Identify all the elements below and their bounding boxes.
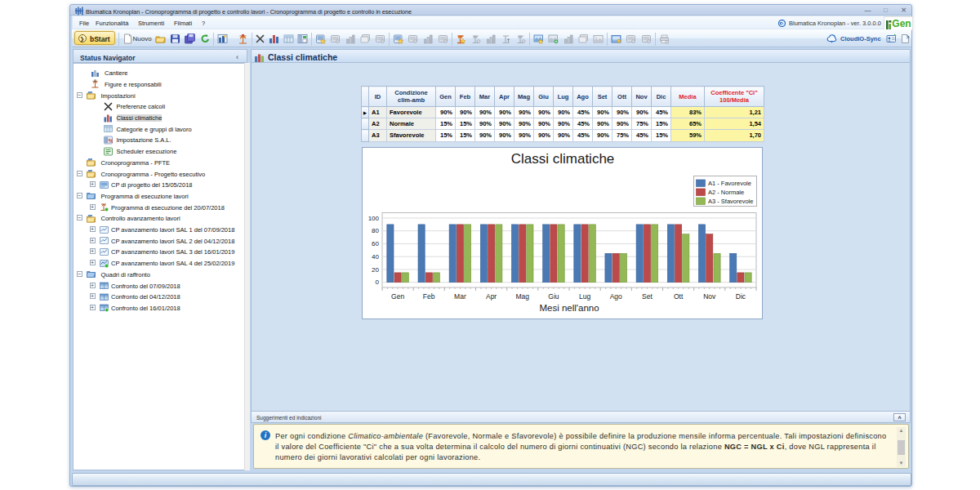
svg-text:Dic: Dic [736,292,746,301]
svg-text:100: 100 [368,215,380,222]
svg-text:Apr: Apr [486,292,497,301]
svg-text:40: 40 [372,253,379,261]
svg-text:Classi climatiche: Classi climatiche [511,151,615,167]
svg-text:Ago: Ago [610,292,622,301]
svg-text:Gen: Gen [391,292,404,301]
svg-text:Ott: Ott [674,292,684,301]
svg-text:Set: Set [642,292,653,301]
svg-text:60: 60 [372,240,379,247]
svg-text:Mesi nell'anno: Mesi nell'anno [539,303,599,313]
svg-text:Mag: Mag [516,292,530,301]
svg-text:A3 - Sfavorevole: A3 - Sfavorevole [708,198,753,205]
svg-text:0: 0 [376,278,380,286]
svg-text:Feb: Feb [423,292,435,301]
svg-text:80: 80 [372,227,379,234]
svg-text:Mar: Mar [454,292,466,301]
svg-text:Giu: Giu [548,292,559,301]
svg-text:Nov: Nov [703,292,716,301]
svg-text:A1 - Favorevole: A1 - Favorevole [708,180,751,187]
svg-text:Lug: Lug [579,292,590,301]
svg-text:20: 20 [372,266,379,274]
svg-text:%: % [109,137,113,143]
svg-text:A2 - Normale: A2 - Normale [708,189,744,196]
